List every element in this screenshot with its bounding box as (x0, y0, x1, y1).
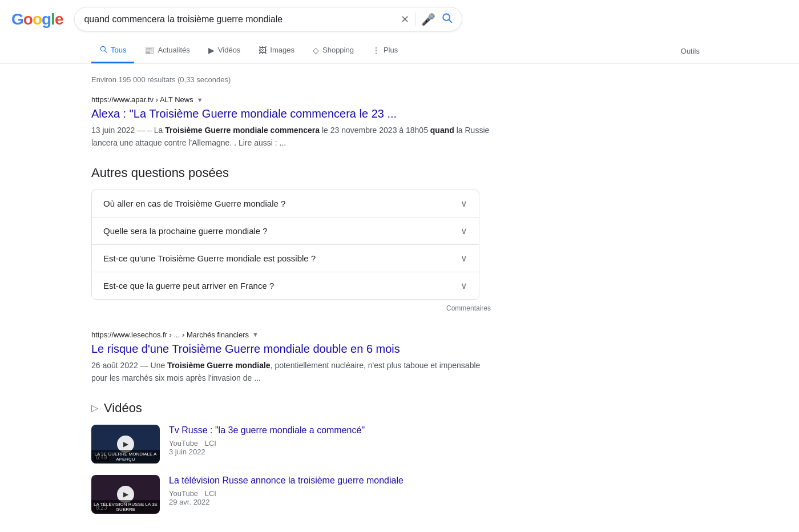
videos-section-title: Vidéos (104, 401, 142, 416)
video-meta-2: YouTube LCI 29 avr. 2022 (169, 489, 491, 506)
faq-question-text-4: Est-ce que la guerre peut arriver en Fra… (103, 281, 274, 291)
video-date-2: 29 avr. 2022 (169, 498, 210, 506)
faq-wrapper: Où aller en cas de Troisième Guerre mond… (91, 190, 479, 300)
faq-item-1: Où aller en cas de Troisième Guerre mond… (91, 190, 479, 217)
faq-chevron-4: ∨ (461, 280, 467, 291)
search-bar: ✕ 🎤 (74, 7, 462, 31)
video-meta-1: YouTube LCI 3 juin 2022 (169, 439, 491, 456)
voice-icon[interactable]: 🎤 (421, 13, 435, 26)
logo-o2: o (33, 10, 42, 29)
main-content: Environ 195 000 résultats (0,33 secondes… (0, 64, 491, 532)
video-item-1: ▶ 6:49 LA 3E GUERRE MONDIALE A APERÇU Tv… (91, 425, 491, 464)
faq-title: Autres questions posées (91, 166, 491, 180)
faq-question-4[interactable]: Est-ce que la guerre peut arriver en Fra… (92, 272, 479, 299)
tab-plus-label: Plus (384, 46, 398, 54)
result-title-2[interactable]: Le risque d'une Troisième Guerre mondial… (91, 341, 491, 356)
google-logo[interactable]: Google (11, 10, 63, 29)
tab-videos-label: Vidéos (218, 46, 241, 54)
search-input[interactable] (84, 14, 395, 25)
faq-item-2: Quelle sera la prochaine guerre mondiale… (91, 217, 479, 244)
video-title-2[interactable]: La télévision Russe annonce la troisième… (169, 475, 491, 487)
shopping-tab-icon: ◇ (313, 46, 319, 55)
faq-question-2[interactable]: Quelle sera la prochaine guerre mondiale… (92, 217, 479, 244)
result-snippet-2: 26 août 2022 — Une Troisième Guerre mond… (91, 360, 491, 385)
faq-question-text-1: Où aller en cas de Troisième Guerre mond… (103, 199, 285, 208)
video-info-2: La télévision Russe annonce la troisième… (169, 475, 491, 506)
results-count: Environ 195 000 résultats (0,33 secondes… (91, 75, 491, 84)
faq-item-4: Est-ce que la guerre peut arriver en Fra… (91, 272, 479, 300)
news-tab-icon: 📰 (144, 46, 154, 55)
logo-g: G (11, 10, 23, 29)
svg-line-3 (105, 51, 107, 53)
videos-title-row: ▷ Vidéos (91, 401, 491, 416)
tab-tous-label: Tous (111, 46, 126, 54)
tab-plus[interactable]: ⋮ Plus (364, 39, 406, 63)
video-platform-2: YouTube (169, 489, 198, 498)
faq-question-text-3: Est-ce qu'une Troisième Guerre mondiale … (103, 253, 316, 263)
videos-section-icon: ▷ (91, 402, 98, 413)
result-url-arrow-2[interactable]: ▼ (252, 331, 259, 338)
tab-tous[interactable]: Tous (91, 38, 134, 63)
video-title-1[interactable]: Tv Russe : "la 3e guerre mondiale a comm… (169, 425, 491, 437)
result-url-2: https://www.lesechos.fr › ... › Marchés … (91, 331, 249, 339)
tab-actualites-label: Actualités (158, 46, 189, 54)
faq-comments[interactable]: Commentaires (91, 300, 491, 315)
result-url-arrow-1[interactable]: ▼ (197, 96, 203, 103)
nav-tabs: Tous 📰 Actualités ▶ Vidéos 🖼 Images ◇ Sh… (0, 38, 799, 64)
tab-images[interactable]: 🖼 Images (251, 39, 302, 63)
search-tab-icon (99, 45, 107, 55)
video-channel-1: LCI (205, 439, 216, 448)
divider (415, 13, 415, 26)
faq-chevron-1: ∨ (461, 198, 467, 209)
images-tab-icon: 🖼 (259, 46, 267, 55)
result-item-1: https://www.apar.tv › ALT News ▼ Alexa :… (91, 95, 491, 150)
video-channel-2: LCI (205, 489, 216, 498)
faq-chevron-2: ∨ (461, 225, 467, 236)
clear-icon[interactable]: ✕ (401, 13, 409, 26)
faq-item-3: Est-ce qu'une Troisième Guerre mondiale … (91, 244, 479, 272)
result-url-row-2: https://www.lesechos.fr › ... › Marchés … (91, 331, 491, 339)
tab-shopping[interactable]: ◇ Shopping (305, 39, 362, 63)
video-info-1: Tv Russe : "la 3e guerre mondiale a comm… (169, 425, 491, 456)
tab-shopping-label: Shopping (322, 46, 354, 54)
video-date-1: 3 juin 2022 (169, 448, 205, 456)
video-platform-1: YouTube (169, 439, 198, 448)
snippet-date-2: 26 août 2022 (91, 361, 138, 370)
video-thumb-1[interactable]: ▶ 6:49 LA 3E GUERRE MONDIALE A APERÇU (91, 425, 160, 464)
result-url-1: https://www.apar.tv › ALT News (91, 95, 193, 104)
faq-chevron-3: ∨ (461, 253, 467, 264)
video-label-overlay-2: LA TÉLÉVISION RUSSE LA 3E GUERRE (91, 500, 160, 514)
videos-section: ▷ Vidéos ▶ 6:49 LA 3E GUERRE MONDIALE A … (91, 401, 491, 514)
faq-question-1[interactable]: Où aller en cas de Troisième Guerre mond… (92, 190, 479, 217)
logo-e: e (55, 10, 63, 29)
video-label-overlay-1: LA 3E GUERRE MONDIALE A APERÇU (91, 450, 160, 464)
result-title-1[interactable]: Alexa : "La Troisième Guerre mondiale co… (91, 106, 491, 121)
outils-button[interactable]: Outils (673, 40, 708, 62)
result-item-2: https://www.lesechos.fr › ... › Marchés … (91, 331, 491, 385)
search-icon[interactable] (441, 12, 453, 26)
more-tab-icon: ⋮ (372, 46, 380, 55)
logo-o1: o (23, 10, 33, 29)
tab-actualites[interactable]: 📰 Actualités (136, 39, 197, 63)
search-bar-icons: ✕ 🎤 (401, 12, 453, 26)
snippet-text-2: — Une Troisième Guerre mondiale, potenti… (91, 361, 480, 382)
result-url-row-1: https://www.apar.tv › ALT News ▼ (91, 95, 491, 104)
snippet-date-1: 13 juin 2022 (91, 126, 135, 135)
videos-tab-icon: ▶ (208, 46, 215, 55)
tab-videos[interactable]: ▶ Vidéos (200, 39, 249, 63)
logo-l: l (51, 10, 55, 29)
logo-g2: g (42, 10, 51, 29)
search-bar-wrapper: ✕ 🎤 (74, 7, 462, 31)
header: Google ✕ 🎤 (0, 0, 799, 38)
faq-question-3[interactable]: Est-ce qu'une Troisième Guerre mondiale … (92, 245, 479, 272)
snippet-text-1: — – La Troisième Guerre mondiale commenc… (91, 126, 489, 147)
result-snippet-1: 13 juin 2022 — – La Troisième Guerre mon… (91, 124, 491, 150)
tab-images-label: Images (270, 46, 294, 54)
faq-question-text-2: Quelle sera la prochaine guerre mondiale… (103, 226, 268, 236)
svg-line-1 (449, 20, 452, 23)
video-item-2: ▶ 8:23 LA TÉLÉVISION RUSSE LA 3E GUERRE … (91, 475, 491, 514)
video-thumb-2[interactable]: ▶ 8:23 LA TÉLÉVISION RUSSE LA 3E GUERRE (91, 475, 160, 514)
faq-section: Autres questions posées Où aller en cas … (91, 166, 491, 315)
